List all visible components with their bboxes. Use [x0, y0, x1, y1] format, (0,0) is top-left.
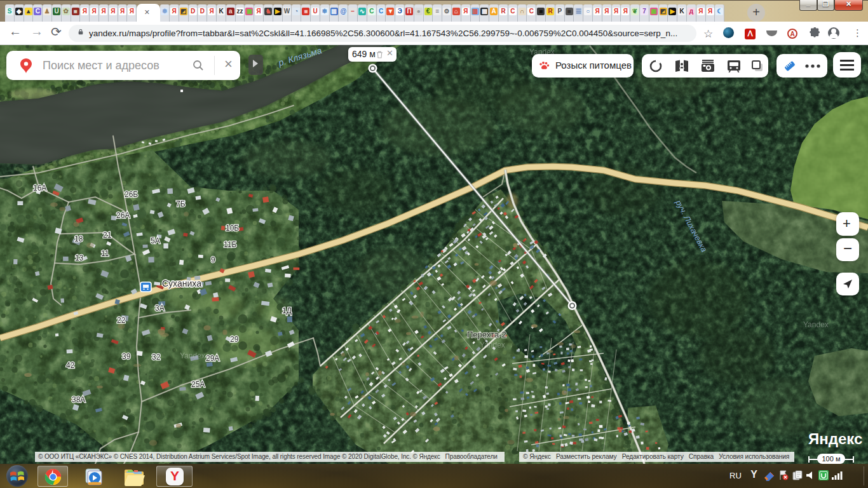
- svg-text:42: 42: [66, 361, 75, 370]
- svg-text:29: 29: [230, 335, 239, 344]
- svg-text:11: 11: [101, 249, 109, 258]
- svg-text:29А: 29А: [206, 354, 219, 363]
- svg-text:16А: 16А: [33, 184, 46, 193]
- svg-text:32: 32: [152, 353, 161, 362]
- svg-text:26А: 26А: [116, 211, 130, 220]
- svg-text:7Б: 7Б: [176, 200, 186, 208]
- svg-text:18: 18: [74, 234, 83, 243]
- svg-text:13: 13: [75, 254, 84, 262]
- svg-text:38А: 38А: [72, 395, 85, 404]
- svg-text:Yandex: Yandex: [480, 341, 505, 349]
- svg-text:Суханиха: Суханиха: [162, 278, 201, 288]
- svg-text:Перехта-2: Перехта-2: [467, 330, 506, 339]
- svg-text:Yandex: Yandex: [180, 351, 205, 360]
- svg-text:11Б: 11Б: [224, 240, 236, 249]
- svg-text:3А: 3А: [155, 304, 165, 313]
- svg-text:25А: 25А: [191, 380, 205, 389]
- svg-text:Yandex: Yandex: [803, 320, 829, 329]
- svg-text:26Б: 26Б: [125, 190, 138, 199]
- svg-text:39: 39: [122, 352, 131, 361]
- svg-text:9: 9: [211, 255, 215, 264]
- svg-text:5А: 5А: [151, 236, 160, 245]
- svg-text:22: 22: [117, 316, 126, 325]
- svg-text:10Б: 10Б: [226, 224, 239, 233]
- svg-text:21: 21: [103, 231, 112, 240]
- svg-text:1Д: 1Д: [282, 306, 292, 315]
